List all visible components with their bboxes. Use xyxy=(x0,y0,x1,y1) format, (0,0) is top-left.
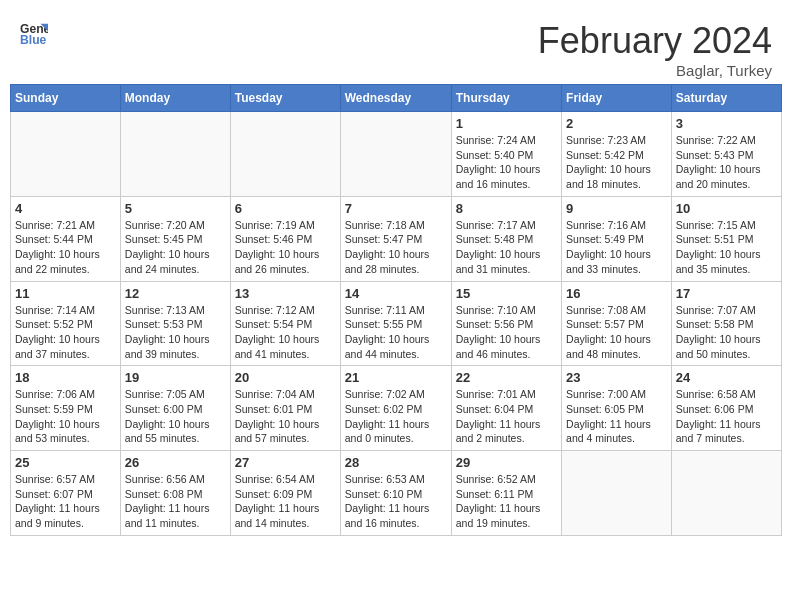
day-number: 10 xyxy=(676,201,777,216)
calendar-cell xyxy=(562,451,672,536)
day-info: Sunrise: 7:24 AM Sunset: 5:40 PM Dayligh… xyxy=(456,133,557,192)
week-row-1: 4Sunrise: 7:21 AM Sunset: 5:44 PM Daylig… xyxy=(11,196,782,281)
svg-text:Blue: Blue xyxy=(20,33,47,47)
day-info: Sunrise: 6:56 AM Sunset: 6:08 PM Dayligh… xyxy=(125,472,226,531)
header-saturday: Saturday xyxy=(671,85,781,112)
day-number: 12 xyxy=(125,286,226,301)
day-number: 28 xyxy=(345,455,447,470)
header-tuesday: Tuesday xyxy=(230,85,340,112)
day-number: 20 xyxy=(235,370,336,385)
logo-icon: General Blue xyxy=(20,20,48,48)
header-wednesday: Wednesday xyxy=(340,85,451,112)
day-info: Sunrise: 7:01 AM Sunset: 6:04 PM Dayligh… xyxy=(456,387,557,446)
day-number: 11 xyxy=(15,286,116,301)
day-info: Sunrise: 6:52 AM Sunset: 6:11 PM Dayligh… xyxy=(456,472,557,531)
day-info: Sunrise: 7:08 AM Sunset: 5:57 PM Dayligh… xyxy=(566,303,667,362)
calendar-cell: 17Sunrise: 7:07 AM Sunset: 5:58 PM Dayli… xyxy=(671,281,781,366)
day-number: 27 xyxy=(235,455,336,470)
calendar-cell: 22Sunrise: 7:01 AM Sunset: 6:04 PM Dayli… xyxy=(451,366,561,451)
day-info: Sunrise: 7:17 AM Sunset: 5:48 PM Dayligh… xyxy=(456,218,557,277)
day-info: Sunrise: 6:58 AM Sunset: 6:06 PM Dayligh… xyxy=(676,387,777,446)
day-info: Sunrise: 7:18 AM Sunset: 5:47 PM Dayligh… xyxy=(345,218,447,277)
day-number: 29 xyxy=(456,455,557,470)
day-info: Sunrise: 6:53 AM Sunset: 6:10 PM Dayligh… xyxy=(345,472,447,531)
calendar-cell: 9Sunrise: 7:16 AM Sunset: 5:49 PM Daylig… xyxy=(562,196,672,281)
day-number: 3 xyxy=(676,116,777,131)
day-info: Sunrise: 7:02 AM Sunset: 6:02 PM Dayligh… xyxy=(345,387,447,446)
day-info: Sunrise: 7:22 AM Sunset: 5:43 PM Dayligh… xyxy=(676,133,777,192)
logo: General Blue xyxy=(20,20,48,48)
header-sunday: Sunday xyxy=(11,85,121,112)
day-info: Sunrise: 7:04 AM Sunset: 6:01 PM Dayligh… xyxy=(235,387,336,446)
day-number: 6 xyxy=(235,201,336,216)
day-number: 19 xyxy=(125,370,226,385)
day-number: 18 xyxy=(15,370,116,385)
day-number: 26 xyxy=(125,455,226,470)
day-info: Sunrise: 7:12 AM Sunset: 5:54 PM Dayligh… xyxy=(235,303,336,362)
calendar-cell: 13Sunrise: 7:12 AM Sunset: 5:54 PM Dayli… xyxy=(230,281,340,366)
calendar-cell: 14Sunrise: 7:11 AM Sunset: 5:55 PM Dayli… xyxy=(340,281,451,366)
header-monday: Monday xyxy=(120,85,230,112)
calendar-cell: 23Sunrise: 7:00 AM Sunset: 6:05 PM Dayli… xyxy=(562,366,672,451)
day-info: Sunrise: 7:05 AM Sunset: 6:00 PM Dayligh… xyxy=(125,387,226,446)
calendar-cell: 6Sunrise: 7:19 AM Sunset: 5:46 PM Daylig… xyxy=(230,196,340,281)
day-number: 2 xyxy=(566,116,667,131)
day-number: 23 xyxy=(566,370,667,385)
day-number: 14 xyxy=(345,286,447,301)
week-row-4: 25Sunrise: 6:57 AM Sunset: 6:07 PM Dayli… xyxy=(11,451,782,536)
week-row-3: 18Sunrise: 7:06 AM Sunset: 5:59 PM Dayli… xyxy=(11,366,782,451)
week-row-2: 11Sunrise: 7:14 AM Sunset: 5:52 PM Dayli… xyxy=(11,281,782,366)
calendar-table: SundayMondayTuesdayWednesdayThursdayFrid… xyxy=(10,84,782,536)
month-title: February 2024 xyxy=(538,20,772,62)
calendar-cell xyxy=(120,112,230,197)
calendar-cell: 5Sunrise: 7:20 AM Sunset: 5:45 PM Daylig… xyxy=(120,196,230,281)
calendar-cell xyxy=(340,112,451,197)
calendar-header-row: SundayMondayTuesdayWednesdayThursdayFrid… xyxy=(11,85,782,112)
day-info: Sunrise: 7:21 AM Sunset: 5:44 PM Dayligh… xyxy=(15,218,116,277)
day-info: Sunrise: 6:57 AM Sunset: 6:07 PM Dayligh… xyxy=(15,472,116,531)
calendar-cell: 10Sunrise: 7:15 AM Sunset: 5:51 PM Dayli… xyxy=(671,196,781,281)
day-info: Sunrise: 7:07 AM Sunset: 5:58 PM Dayligh… xyxy=(676,303,777,362)
page-header: General Blue February 2024 Baglar, Turke… xyxy=(10,10,782,84)
day-number: 5 xyxy=(125,201,226,216)
week-row-0: 1Sunrise: 7:24 AM Sunset: 5:40 PM Daylig… xyxy=(11,112,782,197)
header-friday: Friday xyxy=(562,85,672,112)
location-subtitle: Baglar, Turkey xyxy=(538,62,772,79)
day-number: 4 xyxy=(15,201,116,216)
day-number: 21 xyxy=(345,370,447,385)
calendar-cell: 15Sunrise: 7:10 AM Sunset: 5:56 PM Dayli… xyxy=(451,281,561,366)
calendar-cell: 7Sunrise: 7:18 AM Sunset: 5:47 PM Daylig… xyxy=(340,196,451,281)
day-number: 17 xyxy=(676,286,777,301)
day-number: 15 xyxy=(456,286,557,301)
day-number: 9 xyxy=(566,201,667,216)
calendar-cell xyxy=(230,112,340,197)
day-number: 24 xyxy=(676,370,777,385)
day-info: Sunrise: 7:13 AM Sunset: 5:53 PM Dayligh… xyxy=(125,303,226,362)
day-info: Sunrise: 7:06 AM Sunset: 5:59 PM Dayligh… xyxy=(15,387,116,446)
calendar-cell: 18Sunrise: 7:06 AM Sunset: 5:59 PM Dayli… xyxy=(11,366,121,451)
day-info: Sunrise: 7:15 AM Sunset: 5:51 PM Dayligh… xyxy=(676,218,777,277)
day-info: Sunrise: 7:23 AM Sunset: 5:42 PM Dayligh… xyxy=(566,133,667,192)
day-number: 16 xyxy=(566,286,667,301)
day-info: Sunrise: 7:19 AM Sunset: 5:46 PM Dayligh… xyxy=(235,218,336,277)
calendar-cell: 25Sunrise: 6:57 AM Sunset: 6:07 PM Dayli… xyxy=(11,451,121,536)
day-info: Sunrise: 6:54 AM Sunset: 6:09 PM Dayligh… xyxy=(235,472,336,531)
calendar-cell: 11Sunrise: 7:14 AM Sunset: 5:52 PM Dayli… xyxy=(11,281,121,366)
calendar-cell xyxy=(671,451,781,536)
day-number: 7 xyxy=(345,201,447,216)
calendar-cell: 29Sunrise: 6:52 AM Sunset: 6:11 PM Dayli… xyxy=(451,451,561,536)
day-number: 8 xyxy=(456,201,557,216)
day-info: Sunrise: 7:00 AM Sunset: 6:05 PM Dayligh… xyxy=(566,387,667,446)
header-thursday: Thursday xyxy=(451,85,561,112)
calendar-cell: 8Sunrise: 7:17 AM Sunset: 5:48 PM Daylig… xyxy=(451,196,561,281)
day-info: Sunrise: 7:20 AM Sunset: 5:45 PM Dayligh… xyxy=(125,218,226,277)
title-area: February 2024 Baglar, Turkey xyxy=(538,20,772,79)
calendar-cell: 21Sunrise: 7:02 AM Sunset: 6:02 PM Dayli… xyxy=(340,366,451,451)
calendar-cell: 4Sunrise: 7:21 AM Sunset: 5:44 PM Daylig… xyxy=(11,196,121,281)
day-number: 13 xyxy=(235,286,336,301)
day-number: 22 xyxy=(456,370,557,385)
calendar-cell: 19Sunrise: 7:05 AM Sunset: 6:00 PM Dayli… xyxy=(120,366,230,451)
calendar-cell: 3Sunrise: 7:22 AM Sunset: 5:43 PM Daylig… xyxy=(671,112,781,197)
calendar-cell: 27Sunrise: 6:54 AM Sunset: 6:09 PM Dayli… xyxy=(230,451,340,536)
calendar-cell: 26Sunrise: 6:56 AM Sunset: 6:08 PM Dayli… xyxy=(120,451,230,536)
